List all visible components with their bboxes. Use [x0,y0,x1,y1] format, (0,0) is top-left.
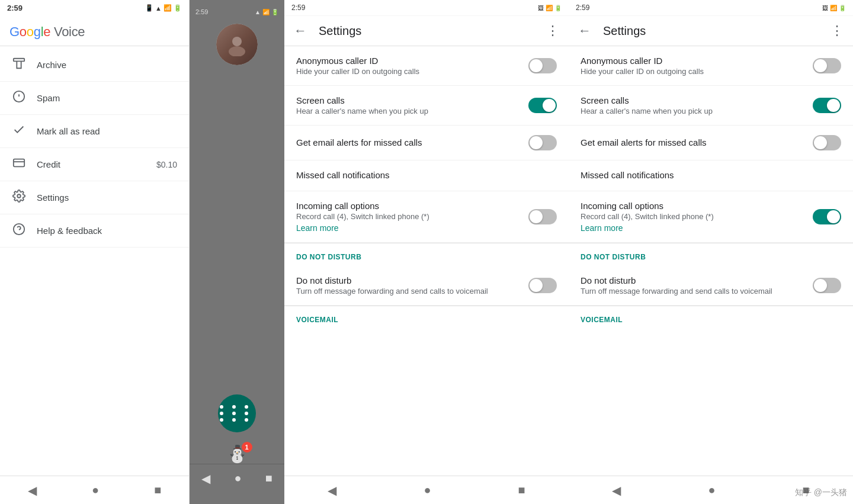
toggle-thumb-email-2 [814,136,827,149]
avatar-image [216,24,258,65]
setting-missed-notif-2[interactable]: Missed call notifications [569,160,853,191]
toggle-email[interactable] [528,135,557,150]
setting-anonymous-caller: Anonymous caller ID Hide your caller ID … [284,46,569,86]
nav-bar-left: ◀ ● ■ [0,476,189,504]
img-icon-s1: 🖼 [538,5,544,11]
dialpad-button[interactable] [218,394,256,432]
setting-anon-desc: Hide your caller ID on outgoing calls [296,67,521,76]
settings-icon [12,190,26,206]
toggle-thumb-anon [530,59,543,72]
home-button-s2[interactable]: ● [708,483,715,497]
app-logo: Google Voice [9,24,85,40]
back-button-s1[interactable]: ◀ [328,483,336,497]
setting-email-alerts: Get email alerts for missed calls [284,126,569,160]
learn-more-link-1[interactable]: Learn more [296,223,521,233]
setting-dnd-text: Do not disturb Turn off message forwardi… [296,275,521,296]
toggle-anon[interactable] [528,58,557,73]
setting-missed-notif[interactable]: Missed call notifications [284,160,569,191]
toggle-track-incoming[interactable] [528,209,557,224]
status-icons-s1: 🖼 📶 🔋 [538,5,562,11]
toggle-track-anon[interactable] [528,58,557,73]
setting-anon-name-2: Anonymous caller ID [581,56,806,66]
toggle-track-screen-2[interactable] [813,98,841,113]
sidebar-item-spam[interactable]: Spam [0,82,189,115]
setting-screen-name-2: Screen calls [581,95,806,105]
toggle-track-email[interactable] [528,135,557,150]
setting-incoming-options-2: Incoming call options Record call (4), S… [569,191,853,243]
settings-content-1: Anonymous caller ID Hide your caller ID … [284,46,569,476]
dialpad-dot [220,412,223,415]
home-button-phone[interactable]: ● [234,471,241,485]
toggle-dnd-2[interactable] [813,278,841,293]
signal-icon: ▲ [155,5,162,12]
toggle-screen[interactable] [528,98,557,113]
back-button-left[interactable]: ◀ [28,483,37,497]
back-button-phone[interactable]: ◀ [201,471,210,486]
recents-button-s1[interactable]: ■ [518,483,525,497]
setting-missed-name-2: Missed call notifications [581,170,841,180]
status-time-s2: 2:59 [576,4,589,12]
toggle-track-dnd[interactable] [528,278,557,293]
setting-anonymous-caller-2: Anonymous caller ID Hide your caller ID … [569,46,853,86]
toggle-thumb-email [530,136,543,149]
toggle-incoming-2[interactable] [813,209,841,224]
recents-button-left[interactable]: ■ [154,483,161,497]
status-bar-settings1: 2:59 🖼 📶 🔋 [284,0,569,16]
toggle-track-screen[interactable] [528,98,557,113]
toggle-thumb-incoming-2 [827,210,840,223]
toggle-thumb-dnd [530,279,543,292]
sidebar-item-help[interactable]: Help & feedback [0,214,189,248]
section-voicemail-header-1: VOICEMAIL [284,306,569,329]
sidebar-item-credit[interactable]: Credit $0.10 [0,148,189,181]
toggle-track-incoming-2[interactable] [813,209,841,224]
sidebar-item-mark-read[interactable]: Mark all as read [0,115,189,148]
recents-button-s2[interactable]: ■ [802,483,809,497]
sidebar-item-archive[interactable]: Archive [0,49,189,82]
toggle-track-dnd-2[interactable] [813,278,841,293]
spam-icon [12,90,26,106]
home-button-s1[interactable]: ● [424,483,431,497]
toggle-track-email-2[interactable] [813,135,841,150]
sidebar-item-settings[interactable]: Settings [0,181,189,214]
setting-incoming-text-2: Incoming call options Record call (4), S… [581,201,806,233]
more-menu-1[interactable]: ⋮ [546,23,559,38]
more-menu-2[interactable]: ⋮ [830,23,844,38]
back-button-s2[interactable]: ◀ [612,483,621,497]
dialpad-grid [220,405,254,422]
toggle-incoming[interactable] [528,209,557,224]
toggle-anon-2[interactable] [813,58,841,73]
mark-read-icon [12,123,26,139]
voicemail-button[interactable]: ⛄ 1 [227,444,248,464]
sidebar: 2:59 📱 ▲ 📶 🔋 Google Voice Archive Spam M… [0,0,190,504]
spam-label: Spam [37,93,177,103]
setting-screen-name: Screen calls [296,95,521,105]
settings-header-2: ← Settings ⋮ [569,16,853,46]
back-arrow-1[interactable]: ← [294,24,307,37]
help-label: Help & feedback [37,226,177,236]
sim-icon: 📱 [145,4,153,12]
learn-more-link-2[interactable]: Learn more [581,223,806,233]
nav-bar-phone: ◀ ● ■ [190,464,284,492]
setting-missed-text-2: Missed call notifications [581,170,841,181]
dialpad-dot [245,412,248,415]
svg-point-10 [229,46,245,56]
setting-email-name: Get email alerts for missed calls [296,137,521,147]
setting-anon-name: Anonymous caller ID [296,56,521,66]
credit-icon [12,156,26,172]
toggle-email-2[interactable] [813,135,841,150]
setting-screen-text-2: Screen calls Hear a caller's name when y… [581,95,806,115]
status-icons-s2: 🖼 📶 🔋 [822,5,846,11]
notification-badge: 1 [242,442,252,452]
back-arrow-2[interactable]: ← [578,24,591,37]
setting-email-name-2: Get email alerts for missed calls [581,137,806,147]
settings-header-1: ← Settings ⋮ [284,16,569,46]
recents-button-phone[interactable]: ■ [265,471,272,485]
toggle-track-anon-2[interactable] [813,58,841,73]
toggle-screen-2[interactable] [813,98,841,113]
toggle-dnd[interactable] [528,278,557,293]
dialpad-dot [232,405,236,409]
home-button-left[interactable]: ● [92,483,99,497]
settings-title-1: Settings [319,24,534,38]
svg-point-9 [232,37,242,46]
setting-dnd-name-2: Do not disturb [581,275,806,285]
